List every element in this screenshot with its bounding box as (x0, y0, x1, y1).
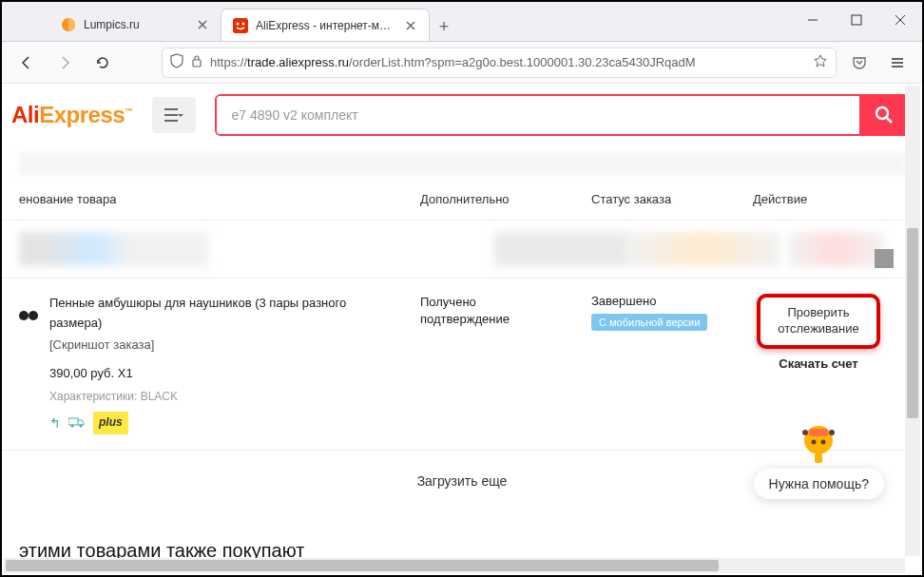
options-icon[interactable] (875, 249, 894, 268)
maximize-button[interactable] (835, 2, 878, 38)
order-extra: Получено подтверждение (420, 294, 591, 434)
svg-point-9 (80, 424, 83, 427)
tab-aliexpress[interactable]: AliExpress - интернет-магазин (221, 9, 430, 41)
horizontal-scrollbar[interactable] (4, 558, 905, 573)
col-status: Статус заказа (591, 192, 743, 206)
svg-point-16 (829, 430, 835, 435)
tab-title: AliExpress - интернет-магазин (256, 19, 396, 32)
blurred-row (2, 221, 922, 278)
site-header: AliExpress™ (2, 86, 922, 144)
col-name: енование товара (2, 192, 420, 206)
truck-icon[interactable] (68, 413, 86, 433)
search-button[interactable] (859, 96, 909, 134)
url-bar[interactable]: https://trade.aliexpress.ru/orderList.ht… (162, 48, 837, 78)
reply-icon[interactable]: ↰ (49, 413, 61, 433)
svg-rect-7 (68, 418, 78, 425)
menu-button[interactable] (882, 48, 913, 78)
col-action: Действие (743, 192, 922, 206)
vertical-scrollbar[interactable] (905, 86, 920, 556)
svg-point-2 (237, 22, 240, 25)
svg-point-15 (802, 430, 808, 435)
new-tab-button[interactable]: + (430, 12, 458, 41)
favicon-aliexpress (233, 18, 248, 33)
svg-rect-4 (852, 15, 861, 25)
orders-table-header: енование товара Дополнительно Статус зак… (2, 175, 922, 221)
svg-rect-14 (815, 453, 822, 463)
svg-point-3 (242, 22, 245, 25)
mobile-badge: С мобильной версии (591, 314, 707, 331)
aliexpress-logo[interactable]: AliExpress™ (2, 102, 133, 128)
help-bot-icon[interactable] (796, 419, 841, 465)
close-icon[interactable] (404, 19, 417, 32)
download-invoice-link[interactable]: Скачать счет (779, 356, 857, 371)
search-input[interactable] (217, 96, 859, 134)
svg-point-12 (812, 440, 817, 445)
favicon-lumpics (61, 17, 76, 32)
close-button[interactable] (878, 2, 922, 38)
search-bar (215, 94, 911, 136)
reload-button[interactable] (87, 48, 118, 78)
blurred-content (19, 152, 905, 175)
order-actions: Проверить отслеживание Скачать счет (743, 294, 922, 434)
tab-title: Lumpics.ru (84, 18, 188, 31)
close-icon[interactable] (196, 18, 209, 31)
product-icons: ↰ plus (49, 412, 401, 433)
browser-navbar: https://trade.aliexpress.ru/orderList.ht… (2, 42, 922, 84)
svg-rect-11 (809, 429, 828, 436)
lock-icon[interactable] (191, 54, 202, 70)
url-text: https://trade.aliexpress.ru/orderList.ht… (210, 55, 805, 69)
svg-rect-1 (233, 18, 248, 33)
status-text: Завершено (591, 294, 743, 308)
categories-button[interactable] (152, 97, 196, 133)
order-status: Завершено С мобильной версии (591, 294, 743, 434)
minimize-button[interactable] (791, 2, 835, 38)
svg-point-13 (821, 440, 826, 445)
forward-button[interactable] (49, 48, 80, 78)
bookmark-icon[interactable] (813, 53, 828, 71)
track-order-button[interactable]: Проверить отслеживание (757, 294, 880, 349)
product-title[interactable]: Пенные амбушюры для наушников (3 пары ра… (49, 294, 401, 334)
browser-titlebar: Lumpics.ru AliExpress - интернет-магазин… (2, 2, 922, 42)
help-widget: Нужна помощь? (754, 419, 884, 499)
svg-point-8 (71, 424, 74, 427)
pocket-icon[interactable] (844, 48, 875, 78)
product-snapshot[interactable]: [Скриншот заказа] (49, 336, 401, 356)
product-characteristics: Характеристики: BLACK (49, 388, 401, 406)
svg-rect-5 (193, 60, 201, 67)
window-controls (791, 2, 922, 38)
back-button[interactable] (11, 48, 42, 78)
product-thumbnail[interactable] (19, 307, 40, 328)
product-price: 390,00 руб. X1 (49, 364, 401, 384)
page-content: AliExpress™ енование товара Дополнительн… (2, 86, 922, 575)
svg-point-6 (876, 107, 888, 119)
col-extra: Дополнительно (420, 192, 591, 206)
shield-icon[interactable] (170, 53, 183, 71)
product-info: Пенные амбушюры для наушников (3 пары ра… (2, 294, 420, 434)
plus-badge: plus (93, 412, 128, 433)
tab-lumpics[interactable]: Lumpics.ru (49, 9, 221, 41)
help-text[interactable]: Нужна помощь? (754, 469, 884, 499)
